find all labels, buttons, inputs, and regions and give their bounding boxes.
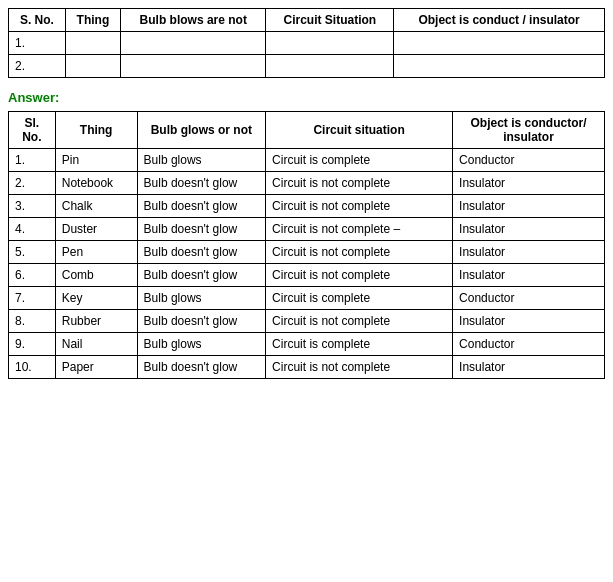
a-cell-1-0: 2.	[9, 172, 56, 195]
answer-label: Answer:	[8, 90, 605, 105]
q-cell-1-0: 2.	[9, 55, 66, 78]
a-cell-4-1: Pen	[55, 241, 137, 264]
a-cell-7-4: Insulator	[453, 310, 605, 333]
a-cell-5-0: 6.	[9, 264, 56, 287]
a-cell-8-2: Bulb glows	[137, 333, 266, 356]
a-header-circuit: Circuit situation	[266, 112, 453, 149]
a-cell-3-2: Bulb doesn't glow	[137, 218, 266, 241]
a-cell-8-1: Nail	[55, 333, 137, 356]
a-table-row: 10.PaperBulb doesn't glowCircuit is not …	[9, 356, 605, 379]
q-cell-1-3	[266, 55, 394, 78]
a-cell-2-4: Insulator	[453, 195, 605, 218]
a-cell-2-1: Chalk	[55, 195, 137, 218]
a-cell-7-2: Bulb doesn't glow	[137, 310, 266, 333]
q-cell-1-2	[121, 55, 266, 78]
a-cell-0-4: Conductor	[453, 149, 605, 172]
a-cell-5-4: Insulator	[453, 264, 605, 287]
q-cell-0-1	[65, 32, 120, 55]
a-cell-0-0: 1.	[9, 149, 56, 172]
a-cell-0-3: Circuit is complete	[266, 149, 453, 172]
a-cell-6-4: Conductor	[453, 287, 605, 310]
a-cell-5-3: Circuit is not complete	[266, 264, 453, 287]
a-cell-2-3: Circuit is not complete	[266, 195, 453, 218]
a-cell-2-2: Bulb doesn't glow	[137, 195, 266, 218]
q-header-sno: S. No.	[9, 9, 66, 32]
a-table-row: 1.PinBulb glowsCircuit is completeConduc…	[9, 149, 605, 172]
a-cell-7-3: Circuit is not complete	[266, 310, 453, 333]
q-cell-1-1	[65, 55, 120, 78]
a-cell-4-4: Insulator	[453, 241, 605, 264]
a-table-row: 7.KeyBulb glowsCircuit is completeConduc…	[9, 287, 605, 310]
a-cell-7-1: Rubber	[55, 310, 137, 333]
a-cell-6-1: Key	[55, 287, 137, 310]
a-cell-1-3: Circuit is not complete	[266, 172, 453, 195]
q-cell-0-3	[266, 32, 394, 55]
answer-table: Sl. No. Thing Bulb glows or not Circuit …	[8, 111, 605, 379]
q-header-bulb: Bulb blows are not	[121, 9, 266, 32]
q-table-row: 2.	[9, 55, 605, 78]
q-cell-1-4	[394, 55, 605, 78]
a-cell-8-4: Conductor	[453, 333, 605, 356]
a-table-row: 2.NotebookBulb doesn't glowCircuit is no…	[9, 172, 605, 195]
a-header-object: Object is conductor/ insulator	[453, 112, 605, 149]
page-container: S. No. Thing Bulb blows are not Circuit …	[8, 8, 605, 379]
a-table-row: 9.NailBulb glowsCircuit is completeCondu…	[9, 333, 605, 356]
a-cell-3-4: Insulator	[453, 218, 605, 241]
a-cell-3-0: 4.	[9, 218, 56, 241]
a-cell-8-0: 9.	[9, 333, 56, 356]
a-cell-9-1: Paper	[55, 356, 137, 379]
a-cell-6-2: Bulb glows	[137, 287, 266, 310]
a-table-row: 3.ChalkBulb doesn't glowCircuit is not c…	[9, 195, 605, 218]
a-table-row: 8.RubberBulb doesn't glowCircuit is not …	[9, 310, 605, 333]
q-header-object: Object is conduct / insulator	[394, 9, 605, 32]
q-header-thing: Thing	[65, 9, 120, 32]
a-cell-1-2: Bulb doesn't glow	[137, 172, 266, 195]
a-table-row: 5.PenBulb doesn't glowCircuit is not com…	[9, 241, 605, 264]
a-cell-6-0: 7.	[9, 287, 56, 310]
a-cell-4-3: Circuit is not complete	[266, 241, 453, 264]
a-cell-9-4: Insulator	[453, 356, 605, 379]
a-cell-5-2: Bulb doesn't glow	[137, 264, 266, 287]
a-cell-7-0: 8.	[9, 310, 56, 333]
a-header-bulb: Bulb glows or not	[137, 112, 266, 149]
a-cell-9-2: Bulb doesn't glow	[137, 356, 266, 379]
a-cell-5-1: Comb	[55, 264, 137, 287]
a-cell-4-0: 5.	[9, 241, 56, 264]
a-table-row: 4.DusterBulb doesn't glowCircuit is not …	[9, 218, 605, 241]
a-cell-1-1: Notebook	[55, 172, 137, 195]
a-cell-0-2: Bulb glows	[137, 149, 266, 172]
a-header-thing: Thing	[55, 112, 137, 149]
q-cell-0-4	[394, 32, 605, 55]
question-table: S. No. Thing Bulb blows are not Circuit …	[8, 8, 605, 78]
q-header-circuit: Circuit Situation	[266, 9, 394, 32]
a-header-sno: Sl. No.	[9, 112, 56, 149]
a-cell-8-3: Circuit is complete	[266, 333, 453, 356]
a-cell-0-1: Pin	[55, 149, 137, 172]
a-cell-1-4: Insulator	[453, 172, 605, 195]
a-table-row: 6.CombBulb doesn't glowCircuit is not co…	[9, 264, 605, 287]
a-cell-4-2: Bulb doesn't glow	[137, 241, 266, 264]
q-cell-0-0: 1.	[9, 32, 66, 55]
a-cell-2-0: 3.	[9, 195, 56, 218]
a-cell-6-3: Circuit is complete	[266, 287, 453, 310]
q-table-row: 1.	[9, 32, 605, 55]
a-cell-3-1: Duster	[55, 218, 137, 241]
a-cell-3-3: Circuit is not complete –	[266, 218, 453, 241]
a-cell-9-3: Circuit is not complete	[266, 356, 453, 379]
a-cell-9-0: 10.	[9, 356, 56, 379]
answer-table-wrapper: Study Tain Sl. No. Thing Bulb glows or n…	[8, 111, 605, 379]
q-cell-0-2	[121, 32, 266, 55]
